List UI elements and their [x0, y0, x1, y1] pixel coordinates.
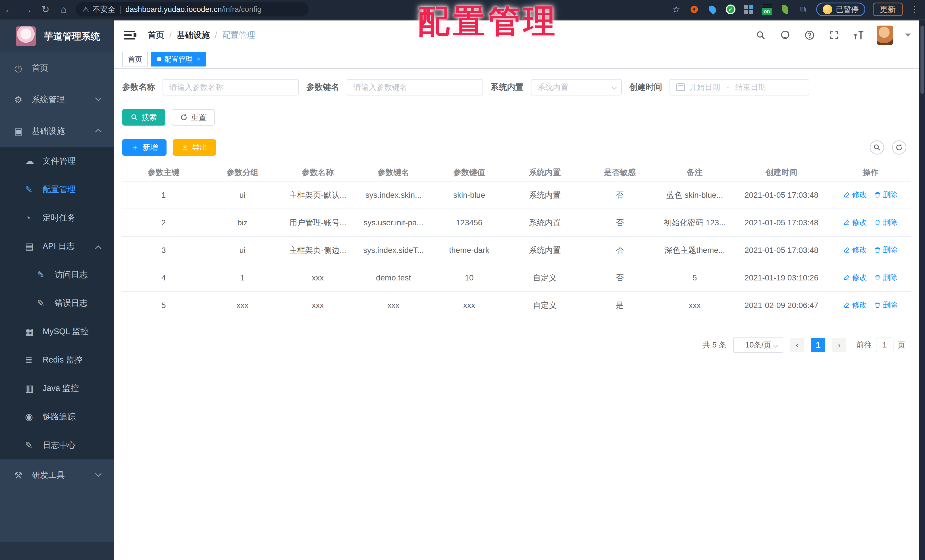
api-log-icon: ▤: [25, 241, 38, 252]
cell-value: xxx: [431, 301, 507, 310]
home-icon: ◷: [14, 63, 27, 74]
cell-key: sys.user.init-pa...: [356, 218, 431, 227]
user-avatar[interactable]: [877, 26, 893, 45]
help-icon[interactable]: [803, 29, 816, 42]
extension-grid-icon[interactable]: [743, 4, 754, 15]
delete-link[interactable]: 删除: [874, 217, 898, 227]
extension-check-icon[interactable]: ✓: [725, 4, 736, 15]
table-row: 2biz用户管理-账号...sys.user.init-pa...123456系…: [122, 209, 911, 237]
sidebar-item-label: 配置管理: [43, 184, 75, 195]
sidebar-item-system[interactable]: ⚙系统管理: [0, 84, 114, 115]
extension-leaf-icon[interactable]: [780, 4, 791, 15]
table-row: 3ui主框架页-侧边...sys.index.sideT...theme-dar…: [122, 237, 911, 264]
sidebar-item-trace[interactable]: ◉链路追踪: [0, 403, 114, 431]
cell-created: 2021-01-19 03:10:26: [733, 273, 830, 282]
cell-actions: 修改删除: [830, 300, 911, 310]
github-icon[interactable]: [779, 29, 791, 42]
devtools-icon: ⚒: [14, 470, 27, 481]
filter-form: 参数名称 参数键名 系统内置 系统内置 创建时间 开始日期 -: [122, 79, 911, 95]
avatar-caret-icon[interactable]: [905, 33, 911, 37]
browser-home-icon[interactable]: ⌂: [54, 4, 73, 15]
sidebar-item-label: 系统管理: [32, 94, 65, 105]
calendar-icon: [676, 83, 685, 91]
bookmark-star-icon[interactable]: ☆: [670, 4, 681, 15]
page-size-select[interactable]: 10条/页: [733, 337, 783, 353]
browser-menu-icon[interactable]: ⋮: [910, 4, 919, 15]
param-name-field[interactable]: [169, 83, 292, 92]
delete-link[interactable]: 删除: [874, 190, 898, 200]
cell-created: 2021-01-05 17:03:48: [733, 191, 830, 200]
sidebar-item-devtools[interactable]: ⚒研发工具: [0, 459, 114, 491]
font-size-icon[interactable]: [852, 29, 865, 42]
column-header: 是否敏感: [583, 167, 657, 178]
sidebar-item-file[interactable]: ☁文件管理: [0, 147, 114, 175]
cell-group: ui: [205, 191, 280, 200]
column-header: 参数主键: [122, 167, 205, 178]
breadcrumb-item[interactable]: 首页: [148, 30, 164, 41]
delete-link[interactable]: 删除: [874, 272, 898, 282]
sidebar-item-api-log[interactable]: ▤API 日志: [0, 232, 114, 260]
sidebar-item-config[interactable]: ✎配置管理: [0, 175, 114, 204]
sidebar-item-label: API 日志: [43, 241, 75, 252]
sidebar-item-access-log[interactable]: ✎访问日志: [0, 260, 114, 289]
refresh-table-button[interactable]: [892, 140, 906, 155]
edit-link[interactable]: 修改: [844, 245, 867, 255]
browser-update-button[interactable]: 更新: [873, 3, 903, 16]
breadcrumb-item[interactable]: 基础设施: [177, 30, 210, 41]
extension-on-badge-icon[interactable]: on: [762, 4, 772, 15]
sidebar-item-infra[interactable]: ▣基础设施: [0, 115, 114, 147]
add-button[interactable]: ＋ 新增: [122, 139, 167, 156]
goto-page-input[interactable]: 1: [876, 337, 893, 352]
job-icon: ◔: [25, 213, 38, 223]
sidebar-item-log-center[interactable]: ✎日志中心: [0, 431, 114, 459]
close-tag-icon[interactable]: ×: [197, 56, 200, 63]
edit-link[interactable]: 修改: [844, 300, 867, 310]
cell-actions: 修改删除: [830, 272, 911, 283]
sidebar-item-home[interactable]: ◷首页: [0, 52, 114, 84]
param-key-field[interactable]: [354, 83, 476, 92]
tag-item[interactable]: 首页: [122, 52, 148, 66]
sidebar-item-error-log[interactable]: ✎错误日志: [0, 289, 114, 318]
delete-link[interactable]: 删除: [874, 300, 898, 310]
address-bar[interactable]: ⚠ 不安全 | dashboard.yudao.iocoder.cn/infra…: [75, 2, 309, 17]
sidebar-footer: [0, 542, 114, 560]
extensions-puzzle-icon[interactable]: ⧉: [798, 4, 809, 15]
breadcrumb: 首页/基础设施/配置管理: [148, 30, 255, 41]
toggle-search-button[interactable]: [870, 140, 884, 155]
search-icon[interactable]: [755, 29, 767, 42]
paused-status-pill[interactable]: 已暂停: [816, 3, 865, 16]
edit-link[interactable]: 修改: [844, 272, 867, 282]
collapse-menu-icon[interactable]: [124, 30, 136, 40]
extension-donut-icon[interactable]: [689, 4, 700, 15]
browser-forward-icon[interactable]: →: [18, 4, 36, 15]
edit-link[interactable]: 修改: [844, 217, 867, 227]
next-page-button[interactable]: ›: [832, 338, 846, 352]
edit-link[interactable]: 修改: [844, 190, 867, 200]
sidebar-item-java[interactable]: ▥Java 监控: [0, 374, 114, 403]
reset-button[interactable]: 重置: [172, 109, 215, 126]
extension-pin-icon[interactable]: [707, 4, 718, 15]
redis-icon: ≣: [25, 355, 38, 365]
sidebar-item-label: 链路追踪: [43, 411, 75, 423]
delete-link[interactable]: 删除: [874, 245, 898, 255]
fullscreen-icon[interactable]: [828, 29, 840, 42]
sidebar-item-redis[interactable]: ≣Redis 监控: [0, 346, 114, 374]
sidebar-item-mysql[interactable]: ▦MySQL 监控: [0, 318, 114, 346]
sidebar: 芋道管理系统 ◷首页⚙系统管理▣基础设施☁文件管理✎配置管理◔定时任务▤API …: [0, 21, 114, 560]
param-name-input[interactable]: [163, 79, 299, 95]
sidebar-item-job[interactable]: ◔定时任务: [0, 204, 114, 232]
page-number-1[interactable]: 1: [811, 338, 825, 352]
prev-page-button[interactable]: ‹: [790, 338, 804, 352]
sidebar-item-label: 定时任务: [43, 212, 75, 224]
browser-back-icon[interactable]: ←: [0, 4, 18, 15]
date-range-picker[interactable]: 开始日期 - 结束日期: [669, 79, 809, 95]
export-button[interactable]: 导出: [173, 139, 216, 156]
app-logo[interactable]: 芋道管理系统: [0, 21, 114, 52]
browser-scrollbar[interactable]: [919, 21, 925, 560]
sidebar-item-label: 首页: [32, 63, 48, 74]
search-button[interactable]: 搜索: [122, 109, 166, 126]
tag-active[interactable]: 配置管理×: [151, 52, 206, 66]
param-key-input[interactable]: [347, 79, 483, 95]
builtin-select[interactable]: 系统内置: [531, 79, 622, 95]
browser-refresh-icon[interactable]: ↻: [36, 4, 54, 15]
